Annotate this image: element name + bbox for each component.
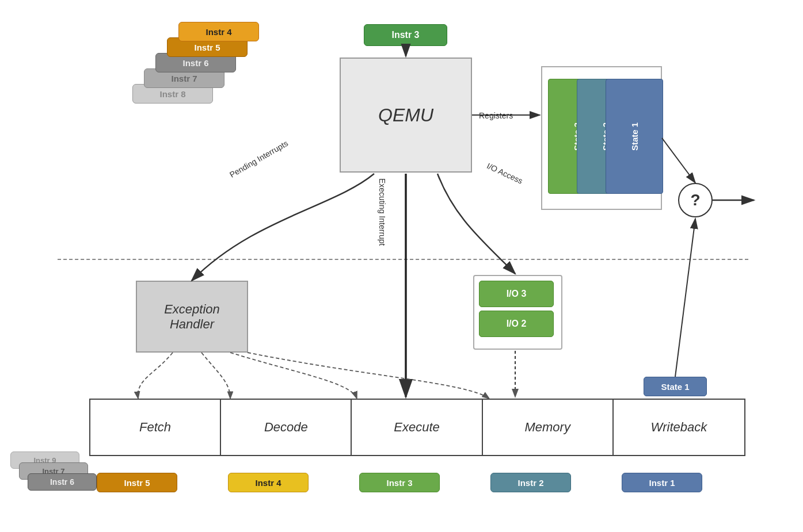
instr-5-bottom: Instr 5 [97,473,177,492]
separator-line [58,259,748,260]
instr-2-bottom: Instr 2 [490,473,571,492]
svg-line-8 [675,219,695,377]
state-stack: State 3 State 2 State 1 [541,66,662,210]
exception-handler: ExceptionHandler [136,281,248,353]
instr-4-stack: Instr 4 [178,22,259,41]
pipeline-row: Fetch Decode Execute Memory Writeback [89,399,745,456]
state-1-box: State 1 [606,79,663,194]
pipeline-decode: Decode [221,400,352,455]
pipeline-writeback: Writeback [614,400,744,455]
instr-3-bottom: Instr 3 [359,473,440,492]
question-mark: ? [678,183,713,217]
io-2-box: I/O 2 [479,311,554,337]
svg-line-7 [662,138,695,183]
pending-interrupts-label: Pending Interrupts [228,139,290,179]
io-stack: I/O 3 I/O 2 [473,275,562,350]
instr-3-top: Instr 3 [364,24,447,46]
qemu-box: QEMU [340,58,472,173]
io-access-label: I/O Access [485,161,524,186]
pipeline-fetch: Fetch [90,400,221,455]
executing-interrupt-label: Executing Interrupt [378,178,387,246]
instr-4-bottom: Instr 4 [228,473,309,492]
pipeline-execute: Execute [352,400,482,455]
registers-label: Registers [479,111,513,120]
diagram: Instr 8 Instr 7 Instr 6 Instr 5 Instr 4 … [0,0,803,532]
instr-6-bl: Instr 6 [28,473,97,491]
io-3-box: I/O 3 [479,281,554,307]
state-1-badge: State 1 [644,377,707,396]
pipeline-memory: Memory [483,400,614,455]
instr-1-bottom: Instr 1 [622,473,702,492]
